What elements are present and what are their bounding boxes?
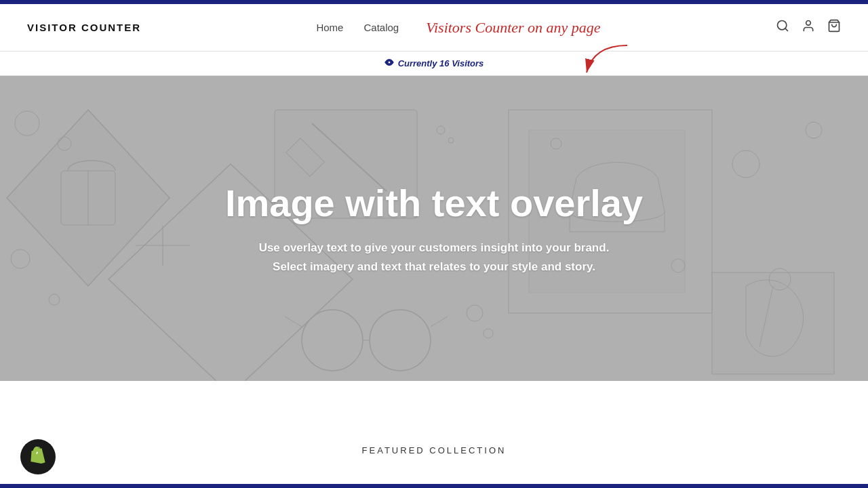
nav-home[interactable]: Home	[316, 22, 343, 33]
nav-catalog[interactable]: Catalog	[363, 22, 399, 33]
hero-title: Image with text overlay	[225, 181, 643, 225]
below-hero: FEATURED COLLECTION	[0, 381, 868, 462]
svg-line-29	[431, 317, 448, 327]
shopify-icon	[28, 445, 47, 462]
svg-rect-30	[712, 272, 834, 374]
svg-point-25	[302, 310, 363, 371]
svg-line-28	[285, 317, 302, 327]
svg-point-4	[388, 61, 391, 64]
eye-icon	[384, 58, 394, 69]
svg-point-21	[732, 150, 760, 178]
annotation-text: Visitors Counter on any page	[426, 19, 600, 37]
visitor-bar: Currently 16 Visitors	[0, 52, 868, 76]
visitor-counter: Currently 16 Visitors	[384, 58, 484, 69]
header: VISITOR COUNTER Home Catalog Visitors Co…	[0, 4, 868, 52]
svg-point-9	[15, 111, 39, 136]
svg-point-26	[370, 310, 431, 371]
svg-point-2	[806, 21, 811, 26]
hero-subtitle-line2: Select imagery and text that relates to …	[225, 258, 643, 276]
svg-point-17	[448, 138, 454, 143]
cart-icon[interactable]	[827, 19, 841, 36]
visitor-count-text: Currently 16 Visitors	[398, 58, 484, 68]
svg-point-11	[11, 249, 30, 268]
svg-point-32	[467, 305, 483, 321]
search-icon[interactable]	[776, 19, 789, 36]
hero-section: Image with text overlay Use overlay text…	[0, 76, 868, 381]
nav-center: Home Catalog Visitors Counter on any pag…	[316, 19, 600, 37]
svg-point-16	[437, 126, 445, 134]
nav-icons	[776, 19, 841, 36]
svg-line-1	[785, 28, 788, 31]
logo: VISITOR COUNTER	[27, 22, 141, 33]
login-icon[interactable]	[802, 19, 815, 36]
hero-subtitle-line1: Use overlay text to give your customers …	[225, 239, 643, 257]
svg-point-12	[49, 294, 60, 305]
svg-point-22	[806, 122, 822, 138]
featured-collection-label: FEATURED COLLECTION	[362, 445, 507, 455]
hero-content: Image with text overlay Use overlay text…	[212, 181, 656, 275]
svg-point-33	[484, 329, 493, 338]
